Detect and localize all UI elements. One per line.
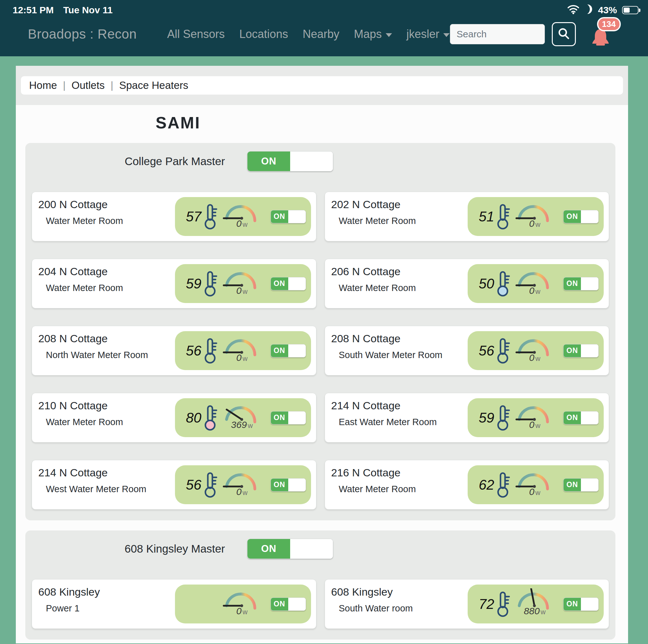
wattage-gauge: 0w <box>219 268 263 300</box>
thermometer-icon <box>495 203 510 230</box>
sensor-pill: 56 <box>175 331 311 370</box>
toggle-track <box>290 539 333 559</box>
sensor-pill: 0w ON <box>175 585 311 624</box>
device-title: 608 Kingsley <box>331 586 413 598</box>
clock-meridiem: PM <box>40 5 54 15</box>
toggle-track <box>581 479 598 491</box>
nav-link-maps[interactable]: Maps <box>354 27 392 41</box>
sensor-pill: 56 <box>468 331 604 370</box>
thermometer-icon <box>203 270 217 297</box>
breadcrumb-item-home[interactable]: Home <box>29 79 57 92</box>
heater-card: 216 N Cottage Water Meter Room 62 <box>325 460 609 510</box>
wattage-gauge: 0w <box>511 402 556 434</box>
search-input[interactable] <box>450 24 545 44</box>
device-subtitle: Water Meter Room <box>46 216 123 226</box>
breadcrumb-strip: Home|Outlets|Space Heaters <box>16 66 628 105</box>
toggle-track <box>288 210 306 223</box>
thermometer-icon <box>495 270 510 297</box>
temperature-value: 72 <box>474 596 494 612</box>
device-toggle[interactable]: ON <box>563 411 599 424</box>
device-toggle[interactable]: ON <box>271 344 306 357</box>
wattage-label: 0w <box>236 486 248 497</box>
device-toggle[interactable]: ON <box>563 277 599 290</box>
thermometer-icon <box>203 203 217 230</box>
temperature-value: 57 <box>181 209 202 225</box>
nav-link-jkesler[interactable]: jkesler <box>407 27 450 41</box>
thermometer-icon <box>495 591 510 618</box>
toggle-state-label: ON <box>274 279 285 288</box>
wattage-label: 0w <box>236 352 248 363</box>
sensor-pill: 56 <box>175 465 311 504</box>
device-title: 204 N Cottage <box>38 266 123 278</box>
page-title: SAMI <box>156 114 201 132</box>
wattage-label: 369w <box>231 419 253 430</box>
cards-grid: 608 Kingsley Power 1 <box>25 579 615 640</box>
notifications-button[interactable]: 134 <box>590 21 612 47</box>
device-toggle[interactable]: ON <box>271 411 306 424</box>
master-toggle[interactable]: ON <box>247 539 333 559</box>
app-brand[interactable]: Broadops : Recon <box>28 26 137 42</box>
toggle-state-label: ON <box>261 156 276 167</box>
wattage-label: 0w <box>529 352 540 363</box>
device-toggle[interactable]: ON <box>563 478 599 491</box>
breadcrumb-item-outlets[interactable]: Outlets <box>71 79 105 92</box>
breadcrumb-item-space-heaters[interactable]: Space Heaters <box>119 79 188 92</box>
nav-bar: Broadops : Recon All SensorsLocationsNea… <box>0 16 648 54</box>
wattage-gauge: 0w <box>219 335 263 367</box>
wattage-gauge: 0w <box>511 268 556 300</box>
wattage-label: 0w <box>236 606 248 617</box>
nav-link-all-sensors[interactable]: All Sensors <box>167 27 225 41</box>
toggle-state-label: ON <box>274 212 285 221</box>
wattage-gauge: 0w <box>219 201 263 232</box>
cards-grid: 200 N Cottage Water Meter Room 57 <box>25 192 615 520</box>
sensor-pill: 59 <box>175 264 311 303</box>
sensor-pill: 51 <box>468 197 604 236</box>
device-subtitle: Water Meter Room <box>46 417 123 427</box>
wifi-icon <box>567 3 580 17</box>
device-toggle[interactable]: ON <box>271 210 306 223</box>
search-button[interactable] <box>552 22 576 46</box>
toggle-state-label: ON <box>274 600 285 608</box>
toggle-state-label: ON <box>566 480 578 489</box>
sensor-pill: 59 <box>468 398 604 437</box>
toggle-track <box>288 479 306 491</box>
breadcrumb-separator: | <box>111 80 113 91</box>
toggle-track <box>288 277 306 290</box>
device-title: 216 N Cottage <box>331 467 416 479</box>
heater-card: 202 N Cottage Water Meter Room 51 <box>325 192 609 241</box>
wattage-label: 0w <box>236 285 248 296</box>
device-toggle[interactable]: ON <box>271 277 306 290</box>
device-toggle[interactable]: ON <box>563 210 599 223</box>
heater-card: 208 N Cottage South Water Meter Room 56 <box>325 326 609 375</box>
heater-card: 208 N Cottage North Water Meter Room 56 <box>32 326 316 375</box>
toggle-state-label: ON <box>274 346 285 355</box>
sensor-pill: 62 <box>468 465 604 504</box>
search-icon <box>557 27 570 41</box>
device-toggle[interactable]: ON <box>563 597 599 611</box>
device-toggle[interactable]: ON <box>271 597 306 611</box>
sensor-pill: 80 <box>175 398 311 437</box>
battery-icon <box>622 6 639 14</box>
wattage-gauge: 0w <box>511 201 556 232</box>
nav-link-nearby[interactable]: Nearby <box>303 27 339 41</box>
temperature-value: 62 <box>474 477 494 493</box>
section-header: College Park Master ON <box>25 151 615 171</box>
section-panel: College Park Master ON 200 N Cottage Wat… <box>25 143 615 520</box>
wattage-gauge: 0w <box>511 335 556 367</box>
device-title: 208 N Cottage <box>38 333 148 345</box>
temperature-value: 80 <box>181 410 202 426</box>
device-subtitle: North Water Meter Room <box>46 350 148 360</box>
wattage-label: 0w <box>529 218 540 229</box>
nav-link-locations[interactable]: Locations <box>239 27 288 41</box>
toggle-state-label: ON <box>566 600 578 608</box>
device-subtitle: West Water Meter Room <box>46 484 146 494</box>
wattage-label: 0w <box>529 419 540 430</box>
device-toggle[interactable]: ON <box>271 478 306 491</box>
temperature-value: 56 <box>181 343 202 359</box>
toggle-state-label: ON <box>261 543 276 554</box>
device-toggle[interactable]: ON <box>563 344 599 357</box>
temperature-value: 56 <box>474 343 494 359</box>
toggle-state-label: ON <box>566 279 578 288</box>
master-toggle[interactable]: ON <box>247 151 333 171</box>
device-title: 608 Kingsley <box>38 586 100 598</box>
